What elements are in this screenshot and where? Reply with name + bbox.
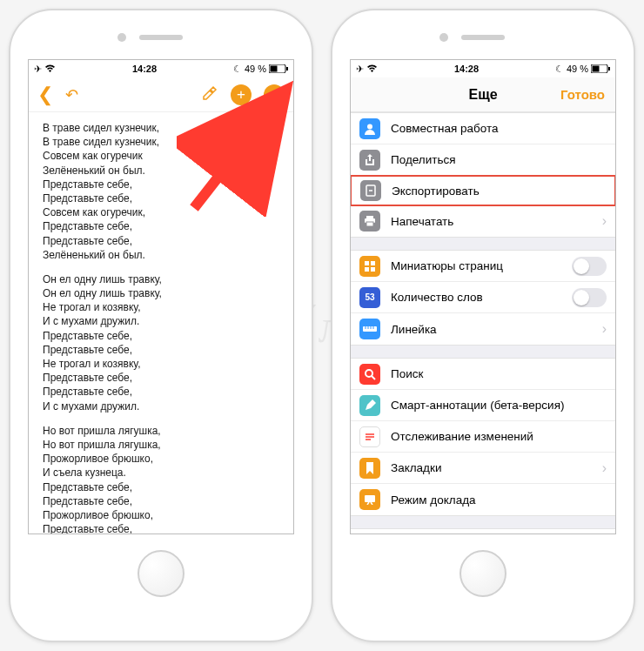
moon-icon: ☾ — [555, 64, 564, 75]
row-label: Линейка — [391, 323, 437, 336]
row-label: Количество слов — [391, 291, 483, 304]
paragraph-3: Но вот пришла лягушка, Но вот пришла ляг… — [43, 424, 279, 534]
share-icon — [359, 150, 380, 171]
done-button[interactable]: Готово — [560, 87, 605, 102]
row-search[interactable]: Поиск — [351, 359, 615, 390]
format-brush-button[interactable] — [201, 84, 218, 105]
row-track-changes[interactable]: Отслеживание изменений — [351, 421, 615, 453]
export-icon — [360, 180, 381, 201]
battery-text: 49 % — [245, 64, 266, 74]
track-icon — [359, 426, 380, 447]
person-icon — [359, 118, 380, 139]
svg-rect-17 — [363, 326, 377, 332]
more-button[interactable]: ••• — [264, 84, 285, 105]
undo-button[interactable]: ↶ — [65, 85, 78, 104]
row-ruler[interactable]: Линейка › — [351, 313, 615, 345]
svg-rect-13 — [365, 261, 369, 265]
row-export[interactable]: Экспортировать — [351, 175, 615, 206]
phone-right: ✈ 14:28 ☾ 49 % Еще Готово — [331, 9, 635, 642]
status-time: 14:28 — [132, 64, 157, 74]
row-label: Экспортировать — [392, 185, 480, 198]
paragraph-2: Он ел одну лишь травку, Он ел одну лишь … — [43, 272, 279, 413]
row-bookmarks[interactable]: Закладки › — [351, 453, 615, 484]
wifi-icon — [44, 64, 56, 73]
presentation-icon — [359, 489, 380, 510]
bookmark-icon — [359, 458, 380, 479]
back-button[interactable]: ❮ — [37, 84, 53, 106]
menu-title: Еще — [468, 87, 497, 103]
row-collaborate[interactable]: Совместная работа — [351, 113, 615, 144]
svg-rect-16 — [371, 267, 375, 272]
svg-rect-12 — [366, 222, 373, 226]
svg-line-29 — [371, 502, 372, 505]
row-print[interactable]: Напечатать › — [351, 205, 615, 237]
home-button[interactable] — [460, 550, 506, 597]
print-icon — [359, 211, 380, 232]
row-presentation[interactable]: Режим доклада — [351, 484, 615, 515]
svg-line-28 — [367, 502, 369, 505]
battery-icon — [591, 64, 610, 73]
battery-text: 49 % — [567, 64, 588, 74]
search-icon — [359, 364, 380, 385]
paragraph-1: В траве сидел кузнечик, В траве сидел ку… — [43, 121, 279, 262]
row-label: Совместная работа — [391, 122, 499, 135]
menu-header: Еще Готово — [351, 77, 615, 112]
toggle-thumbnails[interactable] — [572, 257, 607, 276]
status-time: 14:28 — [454, 64, 479, 74]
wordcount-icon: 53 — [359, 287, 380, 308]
editor-toolbar: ❮ ↶ + ••• — [29, 77, 293, 112]
row-thumbnails[interactable]: Миниатюры страниц — [351, 251, 615, 282]
row-share[interactable]: Поделиться — [351, 144, 615, 176]
status-bar: ✈ 14:28 ☾ 49 % — [351, 60, 615, 77]
chevron-right-icon: › — [602, 460, 607, 476]
svg-rect-10 — [366, 216, 373, 218]
screen-left: ✈ 14:28 ☾ 49 % ❮ ↶ — [28, 59, 294, 534]
svg-rect-27 — [365, 495, 375, 502]
row-label: Режим доклада — [391, 493, 476, 507]
add-button[interactable]: + — [231, 84, 252, 105]
document-body[interactable]: В траве сидел кузнечик, В траве сидел ку… — [29, 112, 293, 534]
moon-icon: ☾ — [233, 64, 242, 75]
row-smart-annotations[interactable]: Смарт-аннотации (бета-версия) — [351, 390, 615, 421]
wifi-icon — [366, 64, 378, 73]
thumbnails-icon — [359, 256, 380, 277]
more-menu-list: Совместная работа Поделиться Экспортиров… — [351, 112, 615, 534]
row-label: Напечатать — [391, 215, 453, 228]
airplane-icon: ✈ — [34, 64, 42, 75]
row-label: Смарт-аннотации (бета-версия) — [391, 399, 564, 412]
status-bar: ✈ 14:28 ☾ 49 % — [29, 60, 293, 77]
annotations-icon — [359, 395, 380, 416]
row-label: Поделиться — [391, 153, 456, 166]
chevron-right-icon: › — [602, 213, 607, 229]
svg-rect-5 — [593, 66, 600, 72]
svg-rect-6 — [608, 67, 610, 70]
svg-point-22 — [366, 370, 372, 377]
phone-left: ✈ 14:28 ☾ 49 % ❮ ↶ — [9, 9, 313, 642]
toggle-wordcount[interactable] — [572, 288, 607, 307]
airplane-icon: ✈ — [356, 64, 364, 75]
row-password[interactable]: Пароль — [351, 529, 615, 534]
row-label: Закладки — [391, 461, 441, 474]
svg-rect-15 — [365, 267, 369, 272]
chevron-right-icon: › — [602, 321, 607, 337]
svg-rect-14 — [371, 261, 375, 265]
battery-icon — [269, 64, 288, 73]
row-wordcount[interactable]: 53 Количество слов — [351, 282, 615, 313]
row-label: Поиск — [391, 367, 423, 380]
screen-right: ✈ 14:28 ☾ 49 % Еще Готово — [350, 59, 616, 534]
svg-rect-1 — [271, 66, 278, 72]
svg-point-7 — [367, 124, 372, 129]
svg-rect-2 — [286, 67, 288, 70]
svg-line-23 — [372, 376, 375, 379]
home-button[interactable] — [138, 550, 184, 597]
row-label: Отслеживание изменений — [391, 430, 533, 443]
ruler-icon — [359, 319, 380, 339]
row-label: Миниатюры страниц — [391, 259, 503, 272]
